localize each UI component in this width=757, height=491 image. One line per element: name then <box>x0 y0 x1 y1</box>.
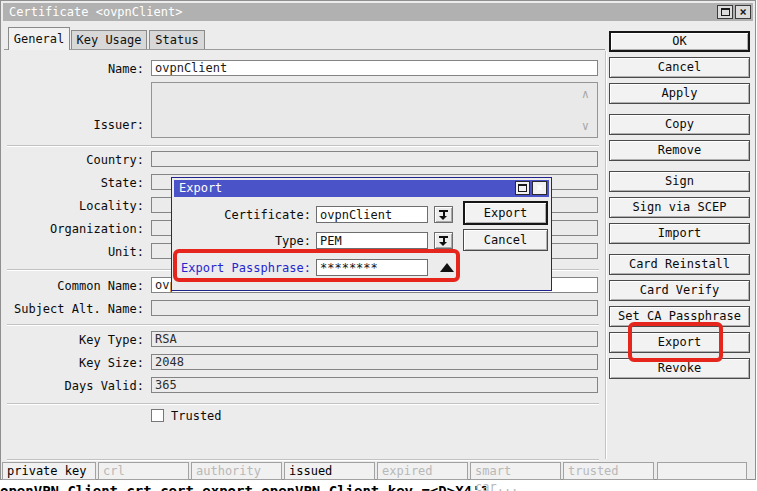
type-dropdown-icon[interactable] <box>434 232 453 249</box>
collapse-up-icon[interactable] <box>440 263 454 272</box>
set-ca-passphrase-button[interactable]: Set CA Passphrase <box>609 306 750 327</box>
flag-private-key: private key <box>2 462 96 480</box>
key-size-input <box>151 354 598 370</box>
dialog-close-button[interactable]: × <box>532 181 547 195</box>
name-label: Name: <box>5 62 144 76</box>
field-row-country: Country: <box>5 151 605 168</box>
separator <box>7 324 599 326</box>
flag-authority: authority <box>191 462 282 480</box>
dialog-row-passphrase: Export Passphrase: <box>172 259 553 277</box>
revoke-button[interactable]: Revoke <box>609 358 750 379</box>
country-label: Country: <box>5 153 144 167</box>
field-row-key-type: Key Type: <box>5 331 605 348</box>
dropdown-arrow <box>439 216 447 220</box>
separator <box>7 459 599 461</box>
trusted-checkbox[interactable] <box>151 409 164 422</box>
window-title: Certificate <ovpnClient> <box>9 5 182 19</box>
background-text: openVPN-Client.crt cert-export openVPN-C… <box>0 483 489 491</box>
certificate-dropdown-icon[interactable] <box>434 206 453 223</box>
trusted-label: Trusted <box>171 409 222 423</box>
type-label: Type: <box>172 234 311 248</box>
window-titlebar[interactable]: Certificate <ovpnClient> × <box>3 3 753 21</box>
common-name-label: Common Name: <box>5 279 144 293</box>
maximize-button[interactable] <box>717 5 733 19</box>
certificate-input[interactable] <box>316 206 428 223</box>
scroll-up-icon[interactable]: ∧ <box>582 89 589 99</box>
close-icon: × <box>536 181 543 194</box>
subject-alt-name-input <box>151 300 598 316</box>
field-row-name: Name: <box>5 60 605 77</box>
copy-button[interactable]: Copy <box>609 114 750 135</box>
issuer-label: Issuer: <box>5 118 144 132</box>
issuer-list: ∧ ∨ <box>151 82 598 138</box>
separator <box>7 403 599 405</box>
apply-button[interactable]: Apply <box>609 83 750 104</box>
field-row-trusted: Trusted <box>5 409 605 426</box>
country-input <box>151 151 598 167</box>
maximize-icon <box>721 8 730 16</box>
name-input[interactable] <box>151 60 598 76</box>
scroll-down-icon[interactable]: ∨ <box>582 121 589 131</box>
tab-divider <box>4 49 605 50</box>
flag-expired: expired <box>377 462 468 480</box>
field-row-subject-alt-name: Subject Alt. Name: <box>5 300 605 317</box>
tab-general[interactable]: General <box>8 27 70 50</box>
tab-status[interactable]: Status <box>149 30 205 49</box>
pane-divider <box>605 51 607 459</box>
export-passphrase-input[interactable] <box>316 259 428 276</box>
days-valid-label: Days Valid: <box>5 379 144 393</box>
background-text-strip: openVPN-Client.crt cert-export openVPN-C… <box>0 481 757 491</box>
organization-label: Organization: <box>5 222 144 236</box>
flag-issued: issued <box>284 462 375 480</box>
field-row-issuer: Issuer: ∧ ∨ <box>5 82 605 138</box>
flag-empty <box>657 462 747 480</box>
export-passphrase-label: Export Passphrase: <box>172 261 311 275</box>
export-dialog-titlebar[interactable]: Export × <box>174 180 549 197</box>
days-valid-input <box>151 377 598 393</box>
key-type-label: Key Type: <box>5 333 144 347</box>
separator <box>7 145 599 147</box>
subject-alt-name-label: Subject Alt. Name: <box>5 302 144 316</box>
type-input[interactable] <box>316 232 428 249</box>
close-icon: × <box>739 5 746 19</box>
maximize-icon <box>518 184 527 192</box>
screen: Certificate <ovpnClient> × General Key U… <box>0 0 757 491</box>
key-type-input <box>151 331 598 347</box>
sign-button[interactable]: Sign <box>609 171 750 192</box>
card-verify-button[interactable]: Card Verify <box>609 280 750 301</box>
dropdown-arrow <box>439 242 447 246</box>
key-size-label: Key Size: <box>5 356 144 370</box>
remove-button[interactable]: Remove <box>609 140 750 161</box>
card-reinstall-button[interactable]: Card Reinstall <box>609 254 750 275</box>
dialog-export-button[interactable]: Export <box>463 201 548 225</box>
certificate-label: Certificate: <box>172 208 311 222</box>
ok-button[interactable]: OK <box>609 31 750 52</box>
field-row-days-valid: Days Valid: <box>5 377 605 394</box>
flag-trusted: trusted <box>563 462 654 480</box>
unit-label: Unit: <box>5 245 144 259</box>
dialog-maximize-button[interactable] <box>515 181 530 195</box>
flag-smart-card: smart car... <box>470 462 561 480</box>
locality-label: Locality: <box>5 199 144 213</box>
state-label: State: <box>5 176 144 190</box>
flag-crl: crl <box>98 462 189 480</box>
tab-key-usage[interactable]: Key Usage <box>71 30 147 49</box>
close-button[interactable]: × <box>735 5 751 19</box>
sign-via-scep-button[interactable]: Sign via SCEP <box>609 197 750 218</box>
field-row-key-size: Key Size: <box>5 354 605 371</box>
export-dialog: Export × Certificate: Type: <box>171 177 552 291</box>
export-button[interactable]: Export <box>609 332 750 353</box>
import-button[interactable]: Import <box>609 223 750 244</box>
cancel-button[interactable]: Cancel <box>609 57 750 78</box>
dialog-cancel-button[interactable]: Cancel <box>463 229 548 251</box>
export-dialog-title: Export <box>179 181 222 195</box>
